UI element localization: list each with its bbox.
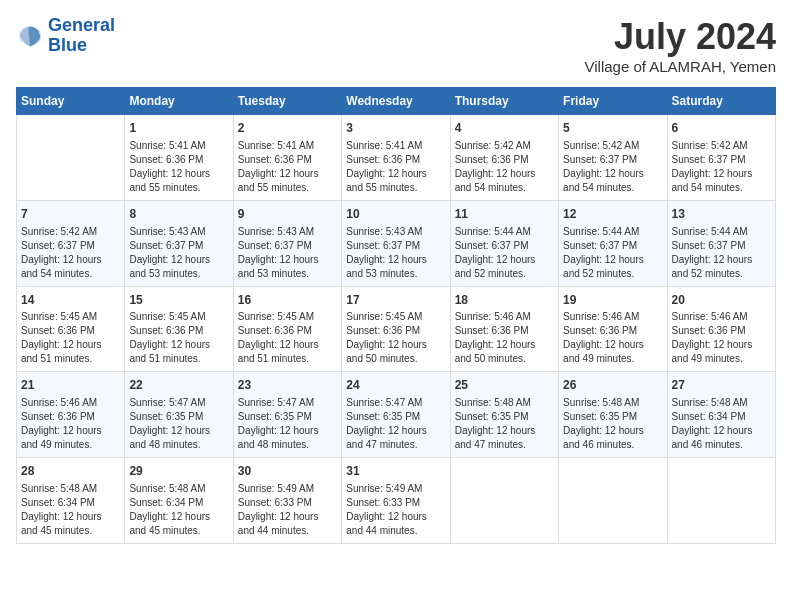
day-content: Sunrise: 5:41 AM Sunset: 6:36 PM Dayligh… [346,139,445,195]
calendar-cell: 4Sunrise: 5:42 AM Sunset: 6:36 PM Daylig… [450,115,558,201]
day-number: 4 [455,120,554,137]
calendar-cell: 21Sunrise: 5:46 AM Sunset: 6:36 PM Dayli… [17,372,125,458]
day-content: Sunrise: 5:41 AM Sunset: 6:36 PM Dayligh… [238,139,337,195]
day-number: 25 [455,377,554,394]
day-number: 14 [21,292,120,309]
calendar-cell: 1Sunrise: 5:41 AM Sunset: 6:36 PM Daylig… [125,115,233,201]
calendar-cell: 23Sunrise: 5:47 AM Sunset: 6:35 PM Dayli… [233,372,341,458]
day-number: 9 [238,206,337,223]
day-content: Sunrise: 5:45 AM Sunset: 6:36 PM Dayligh… [129,310,228,366]
calendar-week-3: 14Sunrise: 5:45 AM Sunset: 6:36 PM Dayli… [17,286,776,372]
day-content: Sunrise: 5:46 AM Sunset: 6:36 PM Dayligh… [21,396,120,452]
day-content: Sunrise: 5:41 AM Sunset: 6:36 PM Dayligh… [129,139,228,195]
day-number: 2 [238,120,337,137]
calendar-week-2: 7Sunrise: 5:42 AM Sunset: 6:37 PM Daylig… [17,200,776,286]
day-number: 6 [672,120,771,137]
calendar-cell: 9Sunrise: 5:43 AM Sunset: 6:37 PM Daylig… [233,200,341,286]
day-number: 10 [346,206,445,223]
calendar-cell: 10Sunrise: 5:43 AM Sunset: 6:37 PM Dayli… [342,200,450,286]
day-number: 18 [455,292,554,309]
day-content: Sunrise: 5:47 AM Sunset: 6:35 PM Dayligh… [238,396,337,452]
day-number: 15 [129,292,228,309]
calendar-week-1: 1Sunrise: 5:41 AM Sunset: 6:36 PM Daylig… [17,115,776,201]
day-content: Sunrise: 5:46 AM Sunset: 6:36 PM Dayligh… [672,310,771,366]
calendar-cell: 12Sunrise: 5:44 AM Sunset: 6:37 PM Dayli… [559,200,667,286]
weekday-header-friday: Friday [559,88,667,115]
day-content: Sunrise: 5:48 AM Sunset: 6:35 PM Dayligh… [455,396,554,452]
day-number: 27 [672,377,771,394]
weekday-header-saturday: Saturday [667,88,775,115]
logo: General Blue [16,16,115,56]
calendar-cell [17,115,125,201]
day-number: 8 [129,206,228,223]
calendar-cell: 13Sunrise: 5:44 AM Sunset: 6:37 PM Dayli… [667,200,775,286]
weekday-header-thursday: Thursday [450,88,558,115]
day-number: 5 [563,120,662,137]
day-number: 3 [346,120,445,137]
day-number: 20 [672,292,771,309]
day-number: 24 [346,377,445,394]
day-number: 22 [129,377,228,394]
calendar-cell [450,458,558,544]
calendar-cell: 11Sunrise: 5:44 AM Sunset: 6:37 PM Dayli… [450,200,558,286]
logo-icon [16,22,44,50]
calendar-cell: 20Sunrise: 5:46 AM Sunset: 6:36 PM Dayli… [667,286,775,372]
day-number: 16 [238,292,337,309]
day-content: Sunrise: 5:45 AM Sunset: 6:36 PM Dayligh… [346,310,445,366]
day-number: 26 [563,377,662,394]
calendar-cell: 3Sunrise: 5:41 AM Sunset: 6:36 PM Daylig… [342,115,450,201]
weekday-header-wednesday: Wednesday [342,88,450,115]
weekday-header-monday: Monday [125,88,233,115]
day-number: 30 [238,463,337,480]
day-content: Sunrise: 5:43 AM Sunset: 6:37 PM Dayligh… [346,225,445,281]
weekday-header-tuesday: Tuesday [233,88,341,115]
day-content: Sunrise: 5:48 AM Sunset: 6:34 PM Dayligh… [129,482,228,538]
calendar-cell: 27Sunrise: 5:48 AM Sunset: 6:34 PM Dayli… [667,372,775,458]
calendar-cell: 22Sunrise: 5:47 AM Sunset: 6:35 PM Dayli… [125,372,233,458]
day-content: Sunrise: 5:43 AM Sunset: 6:37 PM Dayligh… [238,225,337,281]
day-content: Sunrise: 5:44 AM Sunset: 6:37 PM Dayligh… [563,225,662,281]
calendar-cell: 24Sunrise: 5:47 AM Sunset: 6:35 PM Dayli… [342,372,450,458]
calendar-cell: 8Sunrise: 5:43 AM Sunset: 6:37 PM Daylig… [125,200,233,286]
day-number: 13 [672,206,771,223]
calendar-week-5: 28Sunrise: 5:48 AM Sunset: 6:34 PM Dayli… [17,458,776,544]
calendar-table: SundayMondayTuesdayWednesdayThursdayFrid… [16,87,776,544]
calendar-cell: 30Sunrise: 5:49 AM Sunset: 6:33 PM Dayli… [233,458,341,544]
day-content: Sunrise: 5:49 AM Sunset: 6:33 PM Dayligh… [238,482,337,538]
page-header: General Blue July 2024 Village of ALAMRA… [16,16,776,75]
day-number: 21 [21,377,120,394]
day-content: Sunrise: 5:46 AM Sunset: 6:36 PM Dayligh… [563,310,662,366]
calendar-cell: 7Sunrise: 5:42 AM Sunset: 6:37 PM Daylig… [17,200,125,286]
day-content: Sunrise: 5:45 AM Sunset: 6:36 PM Dayligh… [21,310,120,366]
calendar-cell: 25Sunrise: 5:48 AM Sunset: 6:35 PM Dayli… [450,372,558,458]
day-number: 29 [129,463,228,480]
calendar-header: SundayMondayTuesdayWednesdayThursdayFrid… [17,88,776,115]
calendar-cell: 2Sunrise: 5:41 AM Sunset: 6:36 PM Daylig… [233,115,341,201]
weekday-header-sunday: Sunday [17,88,125,115]
weekday-row: SundayMondayTuesdayWednesdayThursdayFrid… [17,88,776,115]
day-content: Sunrise: 5:44 AM Sunset: 6:37 PM Dayligh… [455,225,554,281]
day-content: Sunrise: 5:43 AM Sunset: 6:37 PM Dayligh… [129,225,228,281]
month-year: July 2024 [584,16,776,58]
calendar-cell: 6Sunrise: 5:42 AM Sunset: 6:37 PM Daylig… [667,115,775,201]
day-content: Sunrise: 5:45 AM Sunset: 6:36 PM Dayligh… [238,310,337,366]
location: Village of ALAMRAH, Yemen [584,58,776,75]
day-content: Sunrise: 5:48 AM Sunset: 6:34 PM Dayligh… [672,396,771,452]
logo-line2: Blue [48,35,87,55]
day-number: 17 [346,292,445,309]
day-content: Sunrise: 5:48 AM Sunset: 6:35 PM Dayligh… [563,396,662,452]
calendar-cell: 14Sunrise: 5:45 AM Sunset: 6:36 PM Dayli… [17,286,125,372]
day-number: 28 [21,463,120,480]
day-content: Sunrise: 5:42 AM Sunset: 6:36 PM Dayligh… [455,139,554,195]
day-number: 11 [455,206,554,223]
day-content: Sunrise: 5:47 AM Sunset: 6:35 PM Dayligh… [346,396,445,452]
title-block: July 2024 Village of ALAMRAH, Yemen [584,16,776,75]
calendar-week-4: 21Sunrise: 5:46 AM Sunset: 6:36 PM Dayli… [17,372,776,458]
day-content: Sunrise: 5:46 AM Sunset: 6:36 PM Dayligh… [455,310,554,366]
calendar-cell: 31Sunrise: 5:49 AM Sunset: 6:33 PM Dayli… [342,458,450,544]
calendar-cell [559,458,667,544]
calendar-cell: 26Sunrise: 5:48 AM Sunset: 6:35 PM Dayli… [559,372,667,458]
calendar-cell: 29Sunrise: 5:48 AM Sunset: 6:34 PM Dayli… [125,458,233,544]
day-content: Sunrise: 5:42 AM Sunset: 6:37 PM Dayligh… [563,139,662,195]
logo-text: General Blue [48,16,115,56]
